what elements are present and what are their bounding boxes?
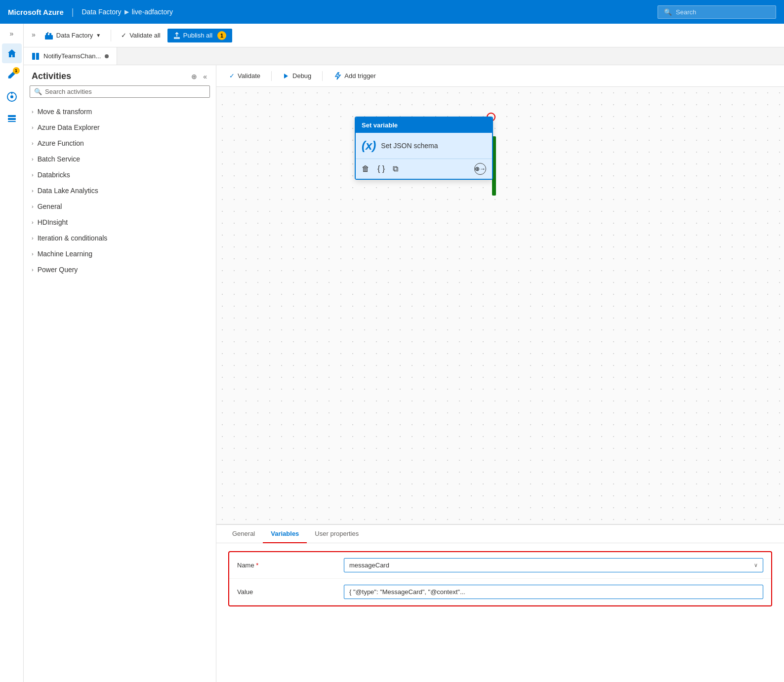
activity-group-move[interactable]: › Move & transform: [24, 104, 216, 120]
chevron-icon: ›: [32, 235, 34, 241]
activities-controls: ⊕ «: [190, 72, 208, 81]
body-split: Activities ⊕ « 🔍 › Move & transform: [24, 65, 784, 682]
search-activities-input[interactable]: [45, 88, 206, 95]
activity-group-databricks[interactable]: › Databricks: [24, 167, 216, 183]
group-label: Databricks: [38, 171, 70, 179]
activity-group-general[interactable]: › General: [24, 199, 216, 214]
svg-rect-8: [49, 33, 51, 36]
search-bar[interactable]: 🔍: [658, 5, 776, 19]
toolbar-sep-1: [111, 30, 111, 41]
svg-rect-5: [8, 121, 16, 122]
publish-all-button[interactable]: Publish all 1: [167, 29, 232, 42]
validate-button[interactable]: ✓ Validate: [224, 70, 265, 82]
name-input[interactable]: messageCard ∨: [344, 558, 763, 572]
breadcrumb: Data Factory ▶ live-adfactory: [82, 8, 172, 16]
publish-icon: [173, 32, 180, 39]
tab-modified-dot: [105, 54, 109, 58]
chevron-icon: ›: [32, 267, 34, 273]
hide-panel-icon[interactable]: «: [202, 72, 208, 81]
pipeline-canvas[interactable]: Set variable (x) Set JSON schema 🗑 { } ⧉…: [216, 87, 784, 524]
activity-group-function[interactable]: › Azure Function: [24, 135, 216, 151]
search-activities-icon: 🔍: [34, 88, 42, 95]
manage-icon: [7, 114, 17, 123]
copy-icon[interactable]: ⧉: [393, 164, 398, 173]
set-variable-card[interactable]: Set variable (x) Set JSON schema 🗑 { } ⧉…: [355, 117, 493, 180]
breadcrumb-arrow: ▶: [124, 8, 129, 15]
group-label: Power Query: [38, 266, 78, 274]
validate-all-button[interactable]: ✓ Validate all: [116, 29, 165, 41]
sidebar-item-home[interactable]: [2, 43, 22, 63]
collapse-icon[interactable]: ⊕: [190, 72, 198, 81]
svg-marker-12: [284, 74, 288, 79]
name-dropdown-icon: ∨: [754, 562, 758, 568]
tab-user-properties[interactable]: User properties: [307, 525, 367, 543]
group-label: Azure Function: [38, 139, 84, 147]
tab-general[interactable]: General: [224, 525, 263, 543]
activity-group-powerquery[interactable]: › Power Query: [24, 262, 216, 278]
nav-separator: |: [72, 7, 74, 17]
sidebar-item-edit[interactable]: 1: [2, 65, 22, 85]
name-label: Name *: [237, 562, 336, 569]
chevron-icon: ›: [32, 124, 34, 130]
activity-group-datalake[interactable]: › Data Lake Analytics: [24, 183, 216, 199]
activities-header: Activities ⊕ «: [24, 65, 216, 85]
sidebar-item-manage[interactable]: [2, 109, 22, 128]
svg-rect-11: [36, 53, 39, 60]
canvas-area: ✓ Validate Debug: [216, 65, 784, 682]
value-label: Value: [237, 588, 336, 596]
search-icon: 🔍: [664, 8, 672, 16]
top-nav-bar: Microsoft Azure | Data Factory ▶ live-ad…: [0, 0, 784, 24]
svg-rect-6: [45, 35, 53, 40]
delete-icon[interactable]: 🗑: [362, 164, 370, 173]
search-activities-box[interactable]: 🔍: [30, 85, 210, 98]
edit-badge: 1: [13, 67, 20, 74]
bottom-tabs: General Variables User properties: [216, 525, 784, 543]
value-input[interactable]: { "@type": "MessageCard", "@context"...: [344, 585, 763, 599]
debug-button[interactable]: Debug: [278, 70, 316, 82]
add-trigger-button[interactable]: Add trigger: [329, 70, 381, 82]
pipeline-tab[interactable]: NotifiyTeamsChan...: [24, 47, 117, 65]
main-layout: » 1: [0, 24, 784, 682]
search-input[interactable]: [676, 8, 770, 16]
connect-icon[interactable]: ⊕→: [474, 163, 486, 175]
form-section: Name * messageCard ∨ Value: [228, 551, 772, 606]
activity-group-iteration[interactable]: › Iteration & conditionals: [24, 230, 216, 246]
monitor-icon: [6, 91, 17, 102]
home-icon: [7, 48, 17, 58]
code-icon[interactable]: { }: [377, 164, 385, 173]
expand-sidebar-button[interactable]: »: [8, 28, 16, 40]
activities-title: Activities: [32, 71, 71, 81]
lightning-icon: [333, 72, 341, 80]
value-content: { "@type": "MessageCard", "@context"...: [349, 588, 465, 596]
activity-group-ml[interactable]: › Machine Learning: [24, 246, 216, 262]
activity-group-batch[interactable]: › Batch Service: [24, 151, 216, 167]
activities-panel: Activities ⊕ « 🔍 › Move & transform: [24, 65, 216, 682]
svg-rect-10: [32, 53, 35, 60]
breadcrumb-data-factory[interactable]: Data Factory: [82, 8, 121, 16]
card-actions: 🗑 { } ⧉ ⊕→: [356, 159, 492, 179]
data-factory-button[interactable]: Data Factory ▼: [40, 29, 106, 42]
activities-list: › Move & transform › Azure Data Explorer…: [24, 104, 216, 682]
canvas-sep-2: [322, 71, 323, 81]
name-row: Name * messageCard ∨: [229, 552, 771, 579]
main-toolbar: » Data Factory ▼ ✓ Validate all: [24, 24, 784, 47]
azure-brand: Microsoft Azure: [8, 8, 64, 16]
toolbar-expand[interactable]: »: [30, 29, 38, 40]
group-label: Batch Service: [38, 155, 80, 163]
chevron-icon: ›: [32, 172, 34, 178]
bottom-content: Name * messageCard ∨ Value: [216, 543, 784, 682]
activity-group-explorer[interactable]: › Azure Data Explorer: [24, 120, 216, 135]
svg-point-1: [10, 95, 13, 98]
chevron-icon: ›: [32, 251, 34, 257]
tab-variables[interactable]: Variables: [263, 525, 307, 543]
chevron-icon: ›: [32, 140, 34, 146]
activity-group-hdinsight[interactable]: › HDInsight: [24, 214, 216, 230]
sidebar-item-monitor[interactable]: [2, 87, 22, 107]
validate-icon: ✓: [121, 32, 126, 39]
data-factory-label: Data Factory: [56, 32, 93, 39]
validate-check-icon: ✓: [229, 72, 235, 80]
group-label: Move & transform: [38, 108, 92, 116]
chevron-icon: ›: [32, 219, 34, 225]
breadcrumb-live-adfactory[interactable]: live-adfactory: [132, 8, 173, 16]
canvas-sep-1: [271, 71, 272, 81]
